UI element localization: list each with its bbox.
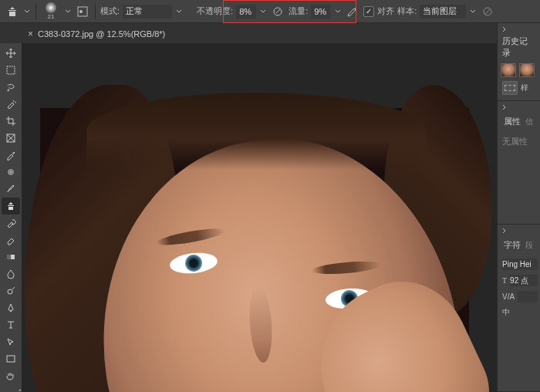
sample-select[interactable] xyxy=(420,5,466,19)
options-bar: 21 模式: 不透明度: 流量: ✓ 对齐 样本: xyxy=(0,0,540,23)
align-checkbox[interactable]: ✓ xyxy=(363,6,374,17)
svg-point-4 xyxy=(484,8,491,15)
sample-label: 样本: xyxy=(397,5,417,17)
panel-expand-icon[interactable] xyxy=(501,228,508,234)
move-tool[interactable] xyxy=(2,45,20,62)
svg-rect-9 xyxy=(7,255,11,259)
ignore-adjustment-icon[interactable] xyxy=(480,4,495,19)
character-panel[interactable]: 字符 段 T V/A 中 xyxy=(498,225,540,392)
canvas-area[interactable] xyxy=(22,43,497,392)
align-label: 对齐 xyxy=(377,5,394,17)
lasso-tool[interactable] xyxy=(2,79,20,96)
history-thumb[interactable] xyxy=(501,63,516,77)
flow-dropdown[interactable] xyxy=(334,8,342,15)
frame-tool[interactable] xyxy=(2,130,20,147)
gradient-tool[interactable] xyxy=(2,248,20,265)
history-panel-title: 历史记录 xyxy=(501,32,537,62)
eraser-tool[interactable] xyxy=(2,231,20,248)
svg-rect-11 xyxy=(7,356,15,362)
mode-select[interactable] xyxy=(123,5,172,19)
svg-point-3 xyxy=(355,8,356,9)
brush-preset-dropdown[interactable] xyxy=(64,8,72,15)
tab-filename: C383-0372.jpg @ 12.5%(RGB/8*) xyxy=(38,29,165,39)
kerning-input[interactable] xyxy=(518,291,538,302)
marquee-tool[interactable] xyxy=(2,62,20,79)
brush-settings-icon[interactable] xyxy=(75,4,90,19)
properties-panel[interactable]: 属性 信 无属性 xyxy=(498,101,540,225)
type-tool[interactable] xyxy=(2,316,20,333)
svg-rect-6 xyxy=(7,134,15,142)
swatches-label: 样 xyxy=(521,83,528,93)
healing-tool[interactable] xyxy=(2,164,20,181)
kerning-label: V/A xyxy=(502,292,515,301)
svg-rect-8 xyxy=(7,255,15,259)
history-brush-tool[interactable] xyxy=(2,215,20,231)
svg-rect-7 xyxy=(8,170,13,174)
sample-dropdown[interactable] xyxy=(469,8,477,15)
right-panels: 历史记录 样 属性 信 无属性 字符 段 T V/A xyxy=(497,23,540,392)
svg-point-1 xyxy=(79,10,83,13)
brush-preview[interactable]: 21 xyxy=(41,2,61,22)
svg-point-10 xyxy=(8,289,12,294)
rectangle-tool[interactable] xyxy=(2,350,20,367)
no-properties-text: 无属性 xyxy=(501,133,537,150)
eyedropper-tool[interactable] xyxy=(2,147,20,164)
blur-tool[interactable] xyxy=(2,265,20,282)
mode-label: 模式: xyxy=(100,5,120,17)
document-tab[interactable]: × C383-0372.jpg @ 12.5%(RGB/8*) xyxy=(22,25,171,43)
opacity-dropdown[interactable] xyxy=(259,8,267,15)
brush-size-value: 21 xyxy=(48,13,55,20)
flow-input[interactable] xyxy=(311,5,331,19)
properties-panel-title: 属性 xyxy=(502,113,522,130)
pressure-opacity-icon[interactable] xyxy=(270,4,285,19)
opacity-label: 不透明度: xyxy=(197,5,233,17)
clone-stamp-tool[interactable] xyxy=(2,198,20,215)
history-panel[interactable]: 历史记录 样 xyxy=(498,23,540,101)
path-select-tool[interactable] xyxy=(2,333,20,350)
svg-rect-5 xyxy=(7,66,15,74)
hand-tool[interactable] xyxy=(2,367,20,384)
clone-tool-icon[interactable] xyxy=(5,4,20,19)
tools-panel xyxy=(0,43,22,392)
crop-tool[interactable] xyxy=(2,113,20,130)
vertical-scale-label: 中 xyxy=(502,307,510,318)
font-size-icon: T xyxy=(502,275,507,286)
brush-tool[interactable] xyxy=(2,181,20,198)
font-size-input[interactable] xyxy=(510,275,538,286)
paragraph-tab[interactable]: 段 xyxy=(525,240,533,251)
wand-tool[interactable] xyxy=(2,96,20,113)
svg-rect-0 xyxy=(78,7,87,16)
history-thumb[interactable] xyxy=(519,63,535,77)
opacity-input[interactable] xyxy=(236,5,256,19)
tab-close-icon[interactable]: × xyxy=(28,29,33,39)
panel-expand-icon[interactable] xyxy=(501,104,508,110)
panel-expand-icon[interactable] xyxy=(501,26,508,32)
character-panel-title: 字符 xyxy=(502,236,522,254)
pen-tool[interactable] xyxy=(2,299,20,316)
svg-point-2 xyxy=(274,8,282,15)
document-tab-bar: × C383-0372.jpg @ 12.5%(RGB/8*) xyxy=(0,23,540,43)
document-canvas[interactable] xyxy=(40,108,469,392)
flow-label: 流量: xyxy=(289,5,308,17)
snapshot-icon[interactable] xyxy=(502,81,518,95)
dodge-tool[interactable] xyxy=(2,282,20,299)
info-tab[interactable]: 信 xyxy=(525,117,533,127)
airbrush-icon[interactable] xyxy=(345,4,360,19)
tool-preset-dropdown[interactable] xyxy=(23,8,31,15)
mode-dropdown[interactable] xyxy=(175,8,183,15)
font-family-select[interactable] xyxy=(502,259,538,270)
